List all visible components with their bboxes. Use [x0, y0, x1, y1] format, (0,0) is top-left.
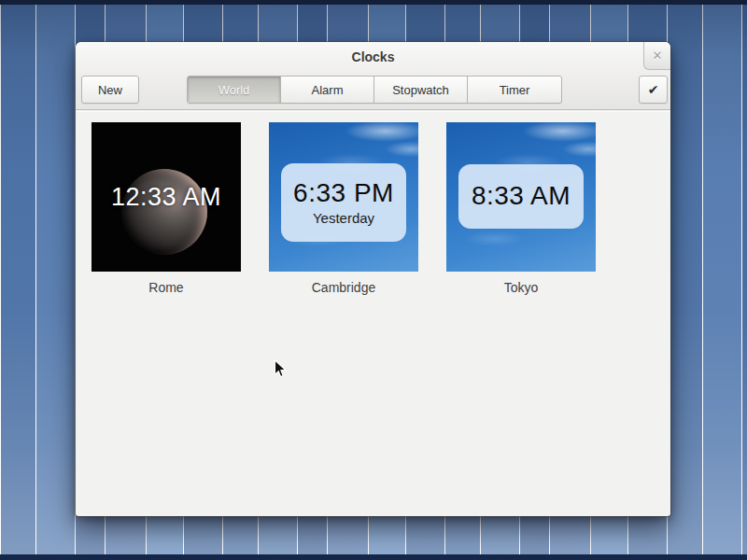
clock-time: 8:33 AM [472, 182, 571, 211]
clock-tile-rome[interactable]: 12:33 AM [92, 122, 241, 272]
tab-timer[interactable]: Timer [468, 77, 561, 103]
close-icon: ✕ [653, 49, 663, 62]
clock-day-note: Yesterday [313, 210, 374, 226]
toolbar: New World Alarm Stopwatch Timer ✔ [76, 76, 670, 104]
checkmark-icon: ✔ [648, 83, 659, 96]
clock-item-tokyo: 8:33 AM Tokyo [446, 122, 596, 295]
clock-city-label: Tokyo [446, 280, 596, 295]
view-switcher: World Alarm Stopwatch Timer [187, 76, 562, 104]
clock-time: 6:33 PM [293, 179, 394, 208]
wallpaper-bottom-strip [0, 554, 747, 560]
clock-item-cambridge: 6:33 PM Yesterday Cambridge [269, 122, 418, 295]
window-header: Clocks ✕ New World Alarm Stopwatch Timer… [76, 42, 670, 110]
world-clocks-view: 12:33 AM Rome 6:33 PM Yesterday Cambridg… [76, 111, 670, 516]
clocks-window: Clocks ✕ New World Alarm Stopwatch Timer… [76, 42, 670, 516]
clock-city-label: Cambridge [269, 280, 418, 295]
clock-item-rome: 12:33 AM Rome [92, 122, 241, 295]
new-clock-button[interactable]: New [81, 76, 139, 104]
mouse-cursor [274, 359, 287, 379]
close-button[interactable]: ✕ [643, 42, 670, 70]
tab-stopwatch[interactable]: Stopwatch [374, 77, 468, 103]
tab-world[interactable]: World [188, 77, 281, 103]
time-pill: 6:33 PM Yesterday [281, 163, 406, 242]
clock-time: 12:33 AM [92, 122, 241, 272]
window-title: Clocks [76, 42, 670, 72]
clock-city-label: Rome [92, 280, 241, 295]
tab-alarm[interactable]: Alarm [281, 77, 374, 103]
time-pill: 8:33 AM [458, 164, 584, 229]
clock-tile-tokyo[interactable]: 8:33 AM [446, 122, 596, 272]
clock-tile-cambridge[interactable]: 6:33 PM Yesterday [269, 122, 418, 272]
selection-mode-button[interactable]: ✔ [639, 76, 668, 104]
titlebar[interactable]: Clocks ✕ [76, 42, 670, 72]
wallpaper-top-strip [0, 0, 747, 5]
